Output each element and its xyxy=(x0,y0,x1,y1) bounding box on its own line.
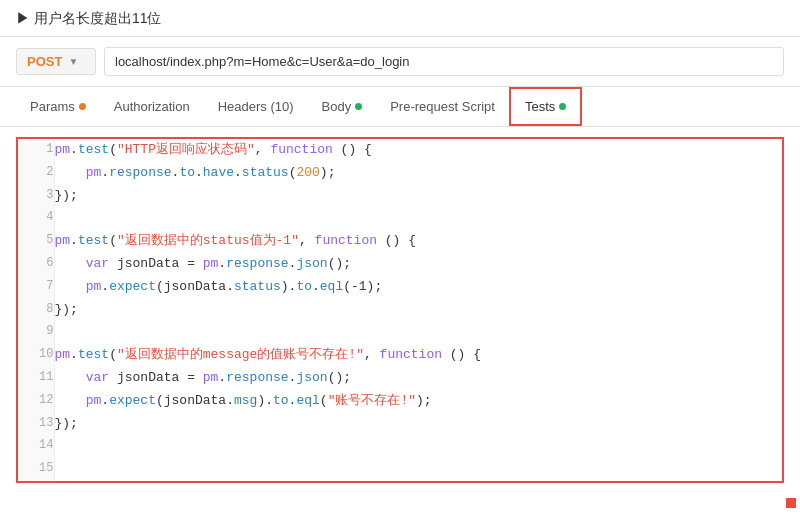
table-row: 4 xyxy=(18,207,782,230)
line-content: pm.test("HTTP返回响应状态码", function () { xyxy=(54,139,782,162)
table-row: 2 pm.response.to.have.status(200); xyxy=(18,162,782,185)
line-content: var jsonData = pm.response.json(); xyxy=(54,253,782,276)
tab-tests[interactable]: Tests xyxy=(509,87,582,126)
line-number: 5 xyxy=(18,230,54,253)
tab-authorization[interactable]: Authorization xyxy=(100,89,204,124)
tab-tests-label: Tests xyxy=(525,99,555,114)
line-content: pm.test("返回数据中的message的值账号不存在!", functio… xyxy=(54,344,782,367)
table-row: 11 var jsonData = pm.response.json(); xyxy=(18,367,782,390)
table-row: 6 var jsonData = pm.response.json(); xyxy=(18,253,782,276)
table-row: 5pm.test("返回数据中的status值为-1", function ()… xyxy=(18,230,782,253)
line-number: 7 xyxy=(18,276,54,299)
line-content: pm.response.to.have.status(200); xyxy=(54,162,782,185)
line-number: 10 xyxy=(18,344,54,367)
red-square-icon xyxy=(786,498,796,508)
line-content xyxy=(54,207,782,230)
page-title-text: ▶ 用户名长度超出11位 xyxy=(16,10,161,28)
table-row: 3}); xyxy=(18,185,782,208)
tab-body-dot xyxy=(355,103,362,110)
status-indicator xyxy=(786,494,796,512)
method-selector[interactable]: POST ▼ xyxy=(16,48,96,75)
table-row: 8}); xyxy=(18,299,782,322)
line-content xyxy=(54,458,782,481)
line-content: var jsonData = pm.response.json(); xyxy=(54,367,782,390)
line-number: 6 xyxy=(18,253,54,276)
tab-headers[interactable]: Headers (10) xyxy=(204,89,308,124)
line-number: 1 xyxy=(18,139,54,162)
tab-authorization-label: Authorization xyxy=(114,99,190,114)
url-input[interactable] xyxy=(104,47,784,76)
line-number: 13 xyxy=(18,413,54,436)
top-bar: ▶ 用户名长度超出11位 xyxy=(0,0,800,37)
table-row: 13}); xyxy=(18,413,782,436)
line-content: pm.expect(jsonData.status).to.eql(-1); xyxy=(54,276,782,299)
line-content xyxy=(54,435,782,458)
line-content: }); xyxy=(54,299,782,322)
tab-body[interactable]: Body xyxy=(308,89,377,124)
code-editor[interactable]: 1pm.test("HTTP返回响应状态码", function () {2 p… xyxy=(16,137,784,483)
line-number: 3 xyxy=(18,185,54,208)
line-content: pm.expect(jsonData.msg).to.eql("账号不存在!")… xyxy=(54,390,782,413)
tab-headers-label: Headers (10) xyxy=(218,99,294,114)
tab-params-label: Params xyxy=(30,99,75,114)
tab-body-label: Body xyxy=(322,99,352,114)
code-table: 1pm.test("HTTP返回响应状态码", function () {2 p… xyxy=(18,139,782,481)
tabs-bar: Params Authorization Headers (10) Body P… xyxy=(0,87,800,127)
tab-pre-request-label: Pre-request Script xyxy=(390,99,495,114)
line-content: }); xyxy=(54,185,782,208)
table-row: 12 pm.expect(jsonData.msg).to.eql("账号不存在… xyxy=(18,390,782,413)
line-number: 9 xyxy=(18,321,54,344)
line-number: 12 xyxy=(18,390,54,413)
line-number: 14 xyxy=(18,435,54,458)
page-title: ▶ 用户名长度超出11位 xyxy=(16,10,784,28)
url-bar: POST ▼ xyxy=(0,37,800,87)
line-number: 8 xyxy=(18,299,54,322)
table-row: 15 xyxy=(18,458,782,481)
table-row: 7 pm.expect(jsonData.status).to.eql(-1); xyxy=(18,276,782,299)
line-number: 15 xyxy=(18,458,54,481)
table-row: 14 xyxy=(18,435,782,458)
tab-tests-dot xyxy=(559,103,566,110)
line-number: 2 xyxy=(18,162,54,185)
tab-pre-request[interactable]: Pre-request Script xyxy=(376,89,509,124)
line-content: pm.test("返回数据中的status值为-1", function () … xyxy=(54,230,782,253)
table-row: 10pm.test("返回数据中的message的值账号不存在!", funct… xyxy=(18,344,782,367)
line-number: 11 xyxy=(18,367,54,390)
line-number: 4 xyxy=(18,207,54,230)
method-label: POST xyxy=(27,54,62,69)
line-content: }); xyxy=(54,413,782,436)
tab-params[interactable]: Params xyxy=(16,89,100,124)
tab-params-dot xyxy=(79,103,86,110)
table-row: 9 xyxy=(18,321,782,344)
chevron-down-icon: ▼ xyxy=(68,56,78,67)
line-content xyxy=(54,321,782,344)
table-row: 1pm.test("HTTP返回响应状态码", function () { xyxy=(18,139,782,162)
